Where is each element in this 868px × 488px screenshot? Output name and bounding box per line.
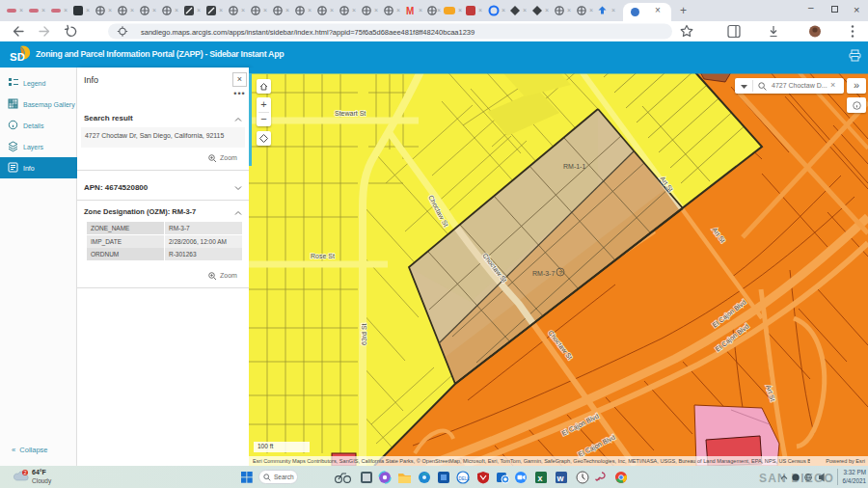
- svg-text:2: 2: [24, 470, 27, 475]
- svg-text:×: ×: [263, 7, 267, 14]
- svg-text:×: ×: [374, 7, 378, 14]
- svg-text:63rd St: 63rd St: [361, 323, 367, 345]
- svg-text:×: ×: [152, 7, 156, 14]
- svg-text:x: x: [538, 474, 543, 483]
- svg-text:Legend: Legend: [23, 80, 45, 88]
- svg-text:Info: Info: [23, 165, 35, 172]
- svg-text:×: ×: [175, 7, 178, 14]
- svg-text:×: ×: [86, 7, 90, 14]
- svg-text:×: ×: [478, 7, 482, 14]
- svg-text:×: ×: [396, 7, 400, 14]
- svg-text:×: ×: [285, 7, 289, 14]
- svg-text:×: ×: [130, 7, 134, 14]
- svg-text:×: ×: [437, 7, 441, 14]
- svg-text:sandiego.maps.arcgis.com/apps/: sandiego.maps.arcgis.com/apps/instant/si…: [141, 28, 475, 37]
- svg-text:×: ×: [352, 7, 356, 14]
- svg-text:w: w: [556, 474, 565, 483]
- svg-text:« Collapse: « Collapse: [12, 446, 48, 454]
- svg-text:×: ×: [419, 7, 422, 14]
- svg-text:×: ×: [589, 7, 593, 14]
- svg-text:×: ×: [611, 7, 615, 14]
- svg-text:Details: Details: [23, 122, 44, 129]
- svg-text:Basemap Gallery: Basemap Gallery: [23, 101, 75, 109]
- svg-text:×: ×: [308, 7, 312, 14]
- svg-text:Layers: Layers: [23, 144, 44, 151]
- svg-text:×: ×: [330, 7, 334, 14]
- svg-text:RM-1-1: RM-1-1: [563, 163, 585, 170]
- svg-text:RM-3-7: RM-3-7: [532, 270, 555, 277]
- svg-text:SD: SD: [10, 51, 25, 63]
- svg-text:×: ×: [458, 7, 462, 14]
- svg-text:M: M: [406, 6, 414, 16]
- svg-text:×: ×: [502, 7, 505, 14]
- svg-text:×: ×: [567, 7, 571, 14]
- svg-text:×: ×: [108, 7, 112, 14]
- svg-text:Stewart St: Stewart St: [335, 110, 366, 117]
- svg-text:×: ×: [64, 7, 68, 14]
- svg-text:×: ×: [545, 7, 549, 14]
- svg-text:×: ×: [41, 7, 45, 14]
- svg-text:DELL: DELL: [459, 476, 471, 481]
- svg-text:×: ×: [19, 7, 23, 14]
- svg-text:Rose St: Rose St: [311, 253, 335, 259]
- svg-text:×: ×: [241, 7, 245, 14]
- svg-text:×: ×: [219, 7, 223, 14]
- svg-text:×: ×: [523, 7, 527, 14]
- svg-text:×: ×: [197, 7, 201, 14]
